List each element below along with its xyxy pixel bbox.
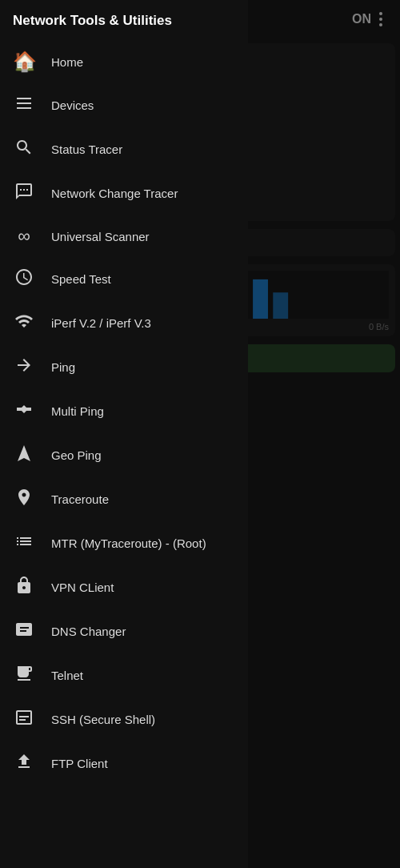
menu-item-universal-scanner[interactable]: ∞ Universal Scanner bbox=[0, 215, 248, 257]
drawer-menu: 🏠 Home Devices Status Tracer bbox=[0, 37, 248, 868]
menu-item-ftp[interactable]: FTP Client bbox=[0, 741, 248, 786]
menu-item-vpn[interactable]: VPN CLient bbox=[0, 565, 248, 609]
ping-icon bbox=[13, 356, 35, 379]
drawer-header: Network Tools & Utilities bbox=[0, 0, 248, 37]
menu-item-ping[interactable]: Ping bbox=[0, 345, 248, 389]
status-tracer-icon bbox=[13, 138, 35, 161]
vpn-icon bbox=[13, 576, 35, 599]
menu-label-universal-scanner: Universal Scanner bbox=[51, 230, 150, 243]
menu-label-ftp: FTP Client bbox=[51, 757, 108, 770]
universal-scanner-icon: ∞ bbox=[13, 226, 35, 247]
menu-item-dns-changer[interactable]: DNS Changer bbox=[0, 609, 248, 653]
menu-label-dns-changer: DNS Changer bbox=[51, 625, 126, 638]
telnet-icon bbox=[13, 664, 35, 687]
menu-item-network-change-tracer[interactable]: Network Change Tracer bbox=[0, 171, 248, 215]
network-change-tracer-icon bbox=[13, 182, 35, 205]
menu-label-home: Home bbox=[51, 55, 83, 69]
menu-label-ping: Ping bbox=[51, 360, 75, 374]
menu-item-telnet[interactable]: Telnet bbox=[0, 653, 248, 697]
navigation-drawer: Network Tools & Utilities 🏠 Home Devices bbox=[0, 0, 248, 868]
menu-label-geo-ping: Geo Ping bbox=[51, 448, 102, 462]
mtr-icon bbox=[13, 532, 35, 555]
home-icon: 🏠 bbox=[13, 50, 35, 73]
menu-label-multi-ping: Multi Ping bbox=[51, 404, 104, 418]
multi-ping-icon bbox=[13, 400, 35, 423]
menu-item-traceroute[interactable]: Traceroute bbox=[0, 477, 248, 521]
iperf-icon bbox=[13, 311, 35, 335]
menu-item-mtr[interactable]: MTR (MyTraceroute) - (Root) bbox=[0, 521, 248, 565]
menu-label-vpn: VPN CLient bbox=[51, 581, 114, 594]
menu-label-traceroute: Traceroute bbox=[51, 492, 109, 506]
drawer-title: Network Tools & Utilities bbox=[13, 13, 235, 29]
menu-item-speed-test[interactable]: Speed Test bbox=[0, 257, 248, 301]
menu-label-ssh: SSH (Secure Shell) bbox=[51, 713, 155, 726]
geo-ping-icon bbox=[13, 444, 35, 467]
menu-item-home[interactable]: 🏠 Home bbox=[0, 40, 248, 83]
menu-label-telnet: Telnet bbox=[51, 669, 83, 682]
dns-changer-icon bbox=[13, 620, 35, 643]
menu-item-multi-ping[interactable]: Multi Ping bbox=[0, 389, 248, 433]
menu-item-iperf[interactable]: iPerf V.2 / iPerf V.3 bbox=[0, 301, 248, 345]
ftp-icon bbox=[13, 752, 35, 775]
menu-item-status-tracer[interactable]: Status Tracer bbox=[0, 127, 248, 171]
menu-item-ssh[interactable]: SSH (Secure Shell) bbox=[0, 697, 248, 741]
menu-label-iperf: iPerf V.2 / iPerf V.3 bbox=[51, 316, 151, 330]
menu-label-devices: Devices bbox=[51, 98, 94, 112]
menu-label-network-change-tracer: Network Change Tracer bbox=[51, 187, 178, 200]
menu-item-devices[interactable]: Devices bbox=[0, 83, 248, 127]
ssh-icon bbox=[13, 708, 35, 731]
menu-item-geo-ping[interactable]: Geo Ping bbox=[0, 433, 248, 477]
menu-label-status-tracer: Status Tracer bbox=[51, 143, 122, 156]
traceroute-icon bbox=[13, 488, 35, 511]
menu-label-speed-test: Speed Test bbox=[51, 272, 111, 286]
drawer-scrim[interactable] bbox=[248, 0, 400, 868]
devices-icon bbox=[13, 94, 35, 117]
speed-test-icon bbox=[13, 267, 35, 291]
menu-label-mtr: MTR (MyTraceroute) - (Root) bbox=[51, 536, 206, 550]
